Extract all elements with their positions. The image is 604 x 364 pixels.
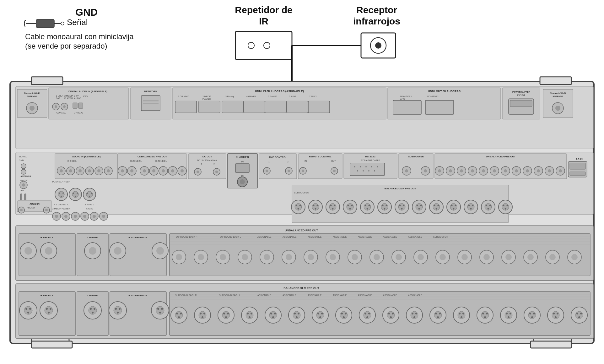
svg-text:SURROUND BACK R: SURROUND BACK R: [175, 294, 197, 296]
svg-point-480: [482, 313, 484, 314]
svg-text:3 AUX1 L: 3 AUX1 L: [85, 203, 94, 206]
svg-point-120: [77, 193, 78, 194]
main-container: GND Señal Cable monoaural con miniclavij…: [0, 0, 604, 364]
svg-text:1 CBL/: 1 CBL/: [56, 95, 62, 97]
svg-point-440: [294, 313, 296, 314]
svg-point-76: [555, 106, 560, 111]
svg-point-269: [401, 208, 403, 210]
svg-point-467: [413, 316, 415, 318]
svg-point-486: [510, 313, 511, 314]
svg-point-173: [240, 179, 245, 184]
svg-point-432: [249, 316, 251, 318]
svg-text:ASSIGNABLE: ASSIGNABLE: [283, 294, 297, 296]
svg-text:7 AUX2: 7 AUX2: [309, 95, 317, 98]
svg-point-447: [319, 316, 321, 318]
svg-point-121: [75, 196, 76, 197]
svg-point-248: [334, 205, 336, 206]
svg-point-366: [549, 254, 556, 260]
svg-rect-67: [393, 100, 421, 114]
svg-point-490: [529, 313, 531, 314]
svg-point-385: [94, 308, 95, 310]
svg-point-350: [374, 254, 380, 260]
svg-text:SUBWOOFER: SUBWOOFER: [433, 236, 448, 238]
svg-point-431: [251, 313, 252, 314]
svg-text:ARC: ARC: [400, 98, 405, 100]
svg-point-263: [386, 205, 387, 206]
svg-point-204: [424, 169, 427, 172]
svg-point-287: [468, 205, 470, 206]
svg-point-308: [89, 247, 96, 255]
svg-point-253: [351, 205, 353, 206]
svg-text:2 MEDIA: 2 MEDIA: [64, 95, 73, 97]
svg-point-191: [354, 166, 355, 167]
dc-out-label: DC OUT: [202, 155, 212, 158]
svg-point-244: [315, 208, 316, 210]
svg-point-342: [286, 254, 292, 260]
digital-audio-in-label: DIGITAL AUDIO IN (ASIGNABLE): [68, 90, 107, 93]
svg-point-352: [396, 254, 402, 260]
svg-point-80: [21, 164, 26, 169]
svg-rect-56: [199, 101, 220, 113]
svg-point-196: [357, 170, 358, 171]
front-label-1: R FRONT L: [40, 236, 54, 239]
svg-point-451: [345, 313, 347, 314]
svg-point-354: [418, 254, 424, 260]
svg-point-165: [197, 171, 199, 173]
svg-rect-72: [510, 100, 532, 107]
svg-point-378: [46, 308, 48, 310]
svg-text:ASSIGNABLE: ASSIGNABLE: [358, 236, 372, 238]
svg-point-153: [152, 169, 155, 172]
hdmi-in-label: HDMI IN 8K / HDCP2.3 (ASIGNABLE): [255, 90, 304, 93]
hdmi-out-label: HDMI OUT 8K / HDCP2.3: [428, 90, 461, 93]
unbalanced-pre-out-left-label: UNBALANCED PRE OUT: [138, 155, 167, 158]
svg-text:R  5 CD  L: R 5 CD L: [67, 160, 77, 162]
svg-point-417: [178, 316, 180, 318]
svg-text:STRAIGHT CABLE: STRAIGHT CABLE: [361, 159, 380, 161]
svg-text:PLAYER: PLAYER: [202, 98, 211, 100]
svg-rect-60: [287, 101, 308, 113]
svg-point-461: [392, 313, 394, 314]
network-label: NETWORK: [144, 90, 157, 93]
svg-point-147: [121, 169, 124, 172]
svg-point-100: [60, 169, 63, 172]
svg-text:ASSIGNABLE: ASSIGNABLE: [358, 294, 372, 296]
svg-point-193: [365, 166, 367, 167]
svg-point-237: [296, 205, 297, 206]
svg-rect-68: [425, 100, 454, 114]
svg-text:PHONO: PHONO: [27, 207, 35, 209]
power-supply-label: POWER SUPPLY: [512, 91, 530, 93]
svg-text:1: 1: [268, 161, 270, 163]
svg-point-277: [434, 205, 435, 206]
svg-point-278: [438, 205, 439, 206]
svg-rect-38: [78, 103, 83, 108]
svg-point-185: [302, 170, 304, 172]
svg-point-460: [388, 313, 390, 314]
unbalanced-pre-out-panel-label: UNBALANCED PRE OUT: [285, 229, 318, 232]
svg-point-379: [50, 308, 51, 310]
svg-point-264: [384, 208, 386, 210]
svg-point-132: [55, 215, 58, 218]
svg-point-94: [20, 209, 23, 211]
svg-text:R ZONE3 L: R ZONE3 L: [155, 160, 167, 162]
svg-point-471: [439, 313, 441, 314]
svg-rect-190: [350, 163, 385, 176]
remote-control-label: REMOTE CONTROL: [309, 155, 332, 158]
svg-point-167: [215, 171, 218, 173]
svg-text:ASSIGNABLE: ASSIGNABLE: [308, 294, 322, 296]
svg-text:SURROUND BACK R: SURROUND BACK R: [176, 236, 197, 238]
svg-point-257: [365, 205, 366, 206]
svg-point-294: [488, 208, 489, 210]
svg-text:2 MEDIA PLAYER: 2 MEDIA PLAYER: [52, 208, 70, 210]
svg-point-219: [504, 169, 507, 172]
svg-rect-232: [570, 172, 585, 176]
svg-point-360: [483, 254, 490, 260]
svg-point-211: [460, 169, 463, 172]
svg-rect-15: [31, 77, 63, 85]
ir-receiver-title2: infrarrojos: [353, 16, 400, 26]
svg-point-470: [435, 313, 437, 314]
svg-point-481: [486, 313, 488, 314]
svg-point-299: [505, 208, 506, 210]
svg-point-249: [332, 208, 334, 210]
svg-point-435: [270, 313, 272, 314]
ac-in-label: AC IN: [576, 158, 583, 161]
